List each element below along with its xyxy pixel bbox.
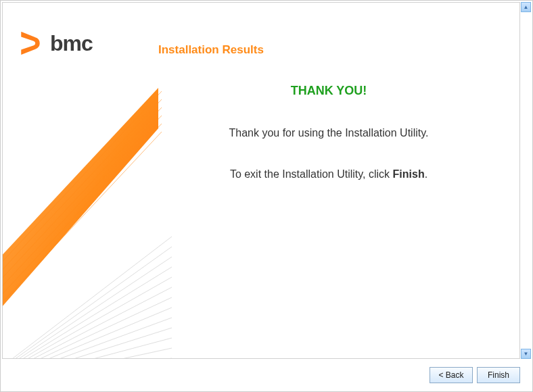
brand-text: bmc — [50, 31, 93, 56]
vertical-scrollbar[interactable]: ▲ ▼ — [521, 2, 531, 359]
scroll-up-button[interactable]: ▲ — [521, 2, 531, 12]
scroll-down-button[interactable]: ▼ — [521, 349, 531, 359]
finish-button[interactable]: Finish — [477, 367, 520, 383]
exit-prefix: To exit the Installation Utility, click — [230, 168, 393, 180]
thank-you-heading: THANK YOU! — [158, 84, 499, 98]
exit-instruction: To exit the Installation Utility, click … — [158, 168, 499, 180]
back-button[interactable]: < Back — [430, 367, 473, 383]
exit-bold: Finish — [393, 168, 425, 180]
exit-suffix: . — [425, 168, 427, 180]
body-text-1: Thank you for using the Installation Uti… — [158, 125, 499, 141]
content-area: Installation Results THANK YOU! Thank yo… — [138, 3, 519, 358]
installer-panel: bmc — [2, 2, 520, 359]
page-title: Installation Results — [158, 43, 499, 57]
svg-marker-0 — [2, 88, 158, 359]
bmc-logo-icon — [19, 30, 46, 57]
button-bar: < Back Finish — [430, 367, 520, 383]
svg-line-19 — [2, 358, 172, 359]
sidebar: bmc — [3, 3, 138, 358]
brand-logo: bmc — [19, 30, 93, 57]
